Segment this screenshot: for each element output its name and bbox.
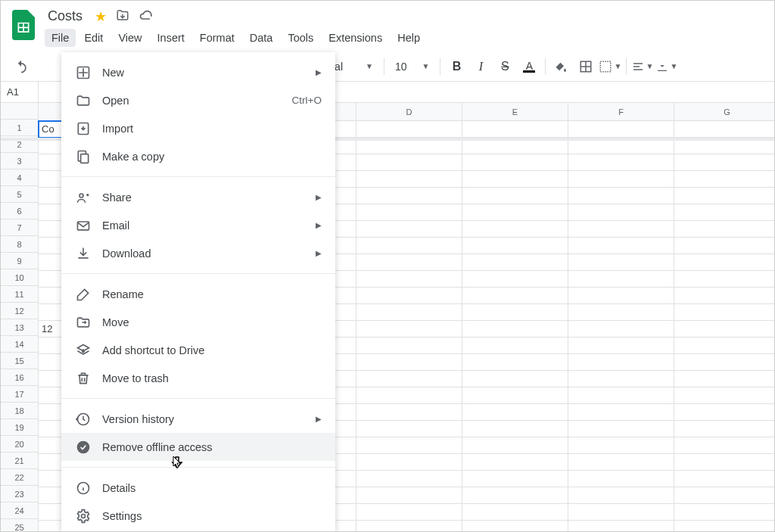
cell-D1[interactable] — [356, 121, 462, 138]
cell-E8[interactable] — [462, 238, 568, 254]
italic-button[interactable]: I — [469, 55, 492, 78]
cell-E9[interactable] — [462, 254, 568, 271]
merge-button[interactable]: ▼ — [599, 55, 621, 78]
cell-D16[interactable] — [356, 371, 462, 387]
file-menu-download[interactable]: Download▶ — [61, 239, 335, 267]
row-header-17[interactable]: 17 — [1, 386, 39, 403]
file-menu-version-history[interactable]: Version history▶ — [61, 405, 335, 433]
cell-G16[interactable] — [674, 371, 775, 387]
cell-E23[interactable] — [462, 487, 568, 504]
cell-D19[interactable] — [356, 421, 462, 437]
row-header-14[interactable]: 14 — [1, 336, 39, 353]
cell-F7[interactable] — [568, 221, 674, 238]
file-menu-settings[interactable]: Settings — [61, 502, 335, 530]
cell-G25[interactable] — [674, 521, 775, 532]
cell-G8[interactable] — [674, 238, 775, 254]
row-header-6[interactable]: 6 — [1, 203, 39, 219]
cell-E5[interactable] — [462, 188, 568, 204]
undo-button[interactable] — [10, 55, 33, 78]
file-menu-new[interactable]: New▶ — [61, 58, 335, 86]
cell-E13[interactable] — [462, 321, 568, 338]
cell-F24[interactable] — [568, 504, 674, 521]
cell-G7[interactable] — [674, 221, 775, 238]
file-menu-add-shortcut-to-drive[interactable]: Add shortcut to Drive — [61, 336, 335, 364]
font-size-selector[interactable]: 10▼ — [389, 61, 435, 73]
cell-E17[interactable] — [462, 387, 568, 404]
menu-extensions[interactable]: Extensions — [322, 29, 389, 47]
cell-G15[interactable] — [674, 354, 775, 371]
col-header-D[interactable]: D — [356, 103, 462, 121]
row-header-19[interactable]: 19 — [1, 419, 39, 436]
cell-G9[interactable] — [674, 254, 775, 271]
name-box[interactable]: A1 — [1, 82, 39, 102]
cell-G21[interactable] — [674, 454, 775, 471]
cell-D13[interactable] — [356, 321, 462, 338]
cell-D24[interactable] — [356, 504, 462, 521]
cell-F3[interactable] — [568, 154, 674, 171]
row-header-7[interactable]: 7 — [1, 219, 39, 236]
cell-F25[interactable] — [568, 521, 674, 532]
star-icon[interactable]: ★ — [95, 8, 107, 25]
cell-F13[interactable] — [568, 321, 674, 338]
strikethrough-button[interactable]: S — [493, 55, 516, 78]
cell-G13[interactable] — [674, 321, 775, 338]
cell-G4[interactable] — [674, 171, 775, 188]
row-header-18[interactable]: 18 — [1, 403, 39, 419]
cell-E10[interactable] — [462, 271, 568, 288]
row-header-16[interactable]: 16 — [1, 369, 39, 386]
cell-D25[interactable] — [356, 521, 462, 532]
row-header-1[interactable]: 1 — [1, 120, 39, 136]
select-all-corner[interactable] — [1, 103, 39, 120]
cell-D17[interactable] — [356, 387, 462, 404]
cell-D3[interactable] — [356, 154, 462, 171]
menu-insert[interactable]: Insert — [151, 29, 191, 47]
cell-G22[interactable] — [674, 471, 775, 487]
file-menu-open[interactable]: OpenCtrl+O — [61, 86, 335, 114]
row-header-4[interactable]: 4 — [1, 170, 39, 186]
h-align-button[interactable]: ▼ — [631, 55, 654, 78]
bold-button[interactable]: B — [445, 55, 468, 78]
menu-file[interactable]: File — [45, 29, 76, 47]
cell-G3[interactable] — [674, 154, 775, 171]
row-header-24[interactable]: 24 — [1, 502, 39, 519]
cell-G11[interactable] — [674, 288, 775, 304]
menu-help[interactable]: Help — [391, 29, 427, 47]
cell-D8[interactable] — [356, 238, 462, 254]
cell-E4[interactable] — [462, 171, 568, 188]
cell-D14[interactable] — [356, 338, 462, 354]
cell-G12[interactable] — [674, 304, 775, 321]
cell-F5[interactable] — [568, 188, 674, 204]
menu-data[interactable]: Data — [243, 29, 280, 47]
cell-G19[interactable] — [674, 421, 775, 437]
cell-E1[interactable] — [462, 121, 568, 138]
cell-G1[interactable] — [674, 121, 775, 138]
cell-F8[interactable] — [568, 238, 674, 254]
cell-E20[interactable] — [462, 437, 568, 454]
cell-E16[interactable] — [462, 371, 568, 387]
cell-F18[interactable] — [568, 404, 674, 421]
cell-F21[interactable] — [568, 454, 674, 471]
cell-E7[interactable] — [462, 221, 568, 238]
cell-E18[interactable] — [462, 404, 568, 421]
cell-F11[interactable] — [568, 288, 674, 304]
cell-F15[interactable] — [568, 354, 674, 371]
cell-F6[interactable] — [568, 204, 674, 221]
cell-F23[interactable] — [568, 487, 674, 504]
file-menu-move[interactable]: Move — [61, 308, 335, 336]
cell-F22[interactable] — [568, 471, 674, 487]
cell-F14[interactable] — [568, 338, 674, 354]
cell-E21[interactable] — [462, 454, 568, 471]
cell-F9[interactable] — [568, 254, 674, 271]
cell-G20[interactable] — [674, 437, 775, 454]
cell-D22[interactable] — [356, 471, 462, 487]
file-menu-make-a-copy[interactable]: Make a copy — [61, 142, 335, 170]
file-menu-remove-offline-access[interactable]: Remove offline access — [61, 433, 335, 461]
text-color-button[interactable]: A — [518, 55, 540, 78]
cell-D9[interactable] — [356, 254, 462, 271]
cell-G18[interactable] — [674, 404, 775, 421]
cell-E22[interactable] — [462, 471, 568, 487]
row-header-11[interactable]: 11 — [1, 286, 39, 303]
row-header-12[interactable]: 12 — [1, 303, 39, 319]
cell-G17[interactable] — [674, 387, 775, 404]
cell-D20[interactable] — [356, 437, 462, 454]
